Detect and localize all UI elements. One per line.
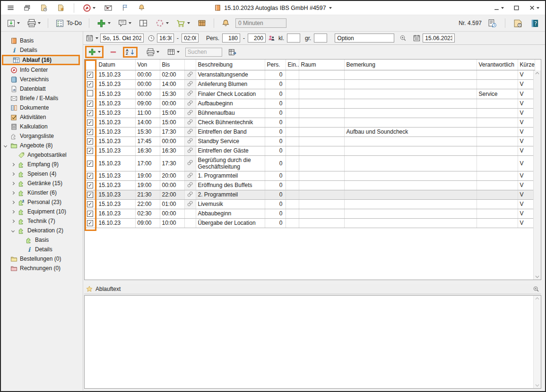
cell-datum[interactable]: 15.10.23 [96,171,135,180]
col-pers[interactable]: Pers. [265,60,286,70]
cell-von[interactable]: 00:00 [135,70,160,79]
cell-einheit[interactable] [286,155,299,171]
cell-raum[interactable] [299,209,344,218]
col-datum[interactable]: Datum [96,60,135,70]
cell-pers[interactable]: 0 [265,136,286,146]
cell-beschreibung[interactable]: Übergabe der Location [196,218,265,228]
sidebar-item-kalkulation[interactable]: Kalkulation [1,122,83,131]
cell-bis[interactable]: 10:00 [160,218,184,228]
cell-bis[interactable]: 14:00 [160,79,184,89]
table-row[interactable]: 15.10.2300:0015:30Finaler Check Location… [85,89,535,99]
cell-von[interactable]: 09:00 [135,99,160,108]
col-raum[interactable]: Raum [299,60,344,70]
cell-von[interactable]: 19:00 [135,171,160,180]
chevron-right-icon[interactable] [10,173,15,175]
star-icon[interactable] [86,285,93,293]
cell-einheit[interactable] [286,171,299,180]
cell-kuerzel[interactable]: V [518,89,535,99]
col-beschreibung[interactable]: Beschreibung [196,60,265,70]
cell-verantwortlich[interactable] [477,190,518,199]
cell-von[interactable]: 00:00 [135,89,160,99]
cell-einheit[interactable] [286,108,299,118]
cell-raum[interactable] [299,171,344,180]
cell-bis[interactable]: 20:00 [160,171,184,180]
link-chain-icon-cell[interactable] [184,171,196,180]
table-row[interactable]: ✓15.10.2316:3016:30Eintreffen der Gäste0… [85,146,535,155]
cell-bis[interactable]: 17:30 [160,127,184,136]
link-chain-icon-cell[interactable] [184,79,196,89]
table-row[interactable]: ✓15.10.2309:0000:00Aufbaubeginn0V [85,99,535,108]
cell-kuerzel[interactable]: V [518,127,535,136]
sidebar-item-dokumente[interactable]: Dokumente [1,103,83,112]
sidebar-item-dekoration-2[interactable]: Dekoration (2) [1,226,83,235]
link-chain-icon-cell[interactable] [184,155,196,171]
row-checkbox-checked[interactable]: ✓ [87,220,93,226]
link-chain-icon-cell[interactable] [184,190,196,199]
cell-raum[interactable] [299,136,344,146]
cell-von[interactable]: 11:00 [135,108,160,118]
sidebar-item-technik-7[interactable]: Technik (7) [1,216,83,226]
cell-kuerzel[interactable]: V [518,199,535,209]
cell-raum[interactable] [299,118,344,127]
cell-datum[interactable]: 15.10.23 [96,146,135,155]
cell-bemerkung[interactable] [344,79,477,89]
cell-verantwortlich[interactable] [477,79,518,89]
comment-button[interactable] [116,17,133,29]
row-checkbox-checked[interactable]: ✓ [87,129,93,135]
cell-einheit[interactable] [286,89,299,99]
cell-raum[interactable] [299,155,344,171]
cell-pers[interactable]: 0 [265,209,286,218]
cell-datum[interactable]: 15.10.23 [96,136,135,146]
deadline-date-input[interactable] [423,34,455,43]
cell-raum[interactable] [299,146,344,155]
table-row[interactable]: ✓16.10.2302:3000:00Abbaubeginn0V [85,209,535,218]
cell-von[interactable]: 17:00 [135,155,160,171]
reminder-bell-icon[interactable] [219,17,232,29]
cell-kuerzel[interactable]: V [518,108,535,118]
cell-beschreibung[interactable]: Standby Service [196,136,265,146]
cell-beschreibung[interactable]: Eintreffen der Band [196,127,265,136]
row-checkbox-checked[interactable]: ✓ [87,173,93,179]
cell-einheit[interactable] [286,99,299,108]
chevron-right-icon[interactable] [10,220,15,222]
cell-einheit[interactable] [286,146,299,155]
table-row[interactable]: ✓15.10.2300:0002:00Veranstaltungsende0V [85,70,535,79]
cell-beschreibung[interactable]: Bühnenaufbau [196,108,265,118]
maximize-button[interactable] [511,3,521,12]
cell-bemerkung[interactable] [344,190,477,199]
table-row[interactable]: ✓15.10.2322:0001:00Livemusik0V [85,199,535,209]
row-checkbox-checked[interactable]: ✓ [87,138,93,145]
sidebar-item-empfang-9[interactable]: Empfang (9) [1,160,83,169]
cell-von[interactable]: 09:00 [135,218,160,228]
col-kuerzel[interactable]: Kürzel [518,60,535,70]
cell-bis[interactable]: 00:00 [160,209,184,218]
history-refresh-button[interactable] [485,17,499,30]
link-chain-icon-cell[interactable] [184,146,196,155]
calendar-icon[interactable] [86,34,94,42]
table-scrollbar[interactable] [533,70,541,280]
link-chain-icon-cell[interactable] [184,127,196,136]
col-von[interactable]: Von [135,60,160,70]
cell-kuerzel[interactable]: V [518,209,535,218]
cell-datum[interactable]: 15.10.23 [96,180,135,190]
reminder-minutes-input[interactable] [235,18,286,28]
cell-beschreibung[interactable]: 1. Programmteil [196,171,265,180]
col-einheit[interactable]: Ein... [286,60,299,70]
time-to-input[interactable] [182,34,199,43]
row-checkbox-checked[interactable]: ✓ [87,182,93,188]
cell-einheit[interactable] [286,70,299,79]
split-window-button[interactable] [137,17,150,29]
cell-beschreibung[interactable]: Aufbaubeginn [196,99,265,108]
cell-bis[interactable]: 15:00 [160,118,184,127]
row-checkbox-checked[interactable]: ✓ [87,110,93,116]
cell-bis[interactable]: 15:30 [160,89,184,99]
cell-datum[interactable]: 15.10.23 [96,79,135,89]
sidebar-item-equipment-10[interactable]: Equipment (10) [1,207,83,216]
print-button[interactable] [25,17,43,29]
cell-bis[interactable]: 00:00 [160,99,184,108]
cell-beschreibung[interactable]: Livemusik [196,199,265,209]
print-table-button[interactable] [144,46,161,58]
cell-einheit[interactable] [286,79,299,89]
cell-einheit[interactable] [286,190,299,199]
cell-bemerkung[interactable] [344,146,477,155]
